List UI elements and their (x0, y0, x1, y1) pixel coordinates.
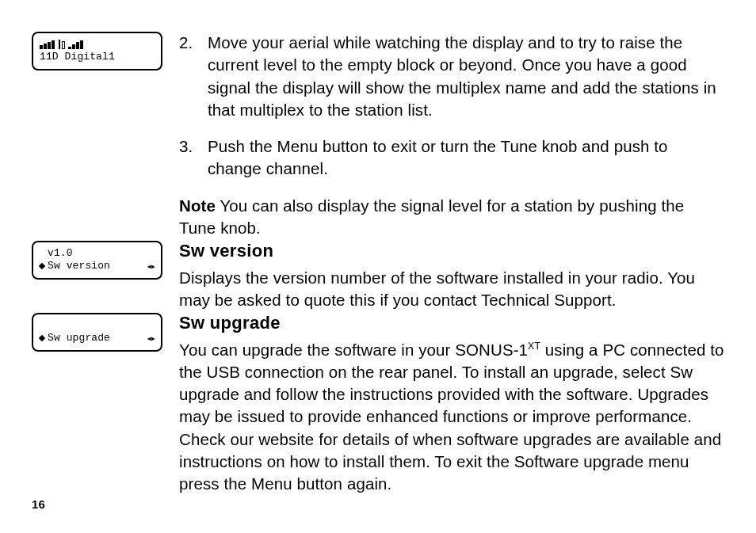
lcd-version-line: v1.0 (40, 247, 155, 260)
paragraph: You can upgrade the software in your SON… (179, 339, 724, 496)
lcd-signal-display: 11D Digital1 (32, 32, 162, 70)
lcd-sw-upgrade: Sw upgrade ◂▸ (32, 313, 162, 352)
list-text: Push the Menu button to exit or turn the… (208, 135, 724, 181)
lcd-text: v1.0 (48, 247, 73, 260)
main-column: 2. Move your aerial while watching the d… (179, 32, 724, 239)
main-column: Sw upgrade You can upgrade the software … (179, 311, 724, 495)
lcd-sw-version: v1.0 Sw version ◂▸ (32, 241, 162, 280)
lcd-signal-bars (40, 38, 155, 51)
section-sw-upgrade: Sw upgrade ◂▸ Sw upgrade You can upgrade… (32, 311, 724, 495)
section-sw-version: v1.0 Sw version ◂▸ Sw version Displays t… (32, 239, 724, 311)
list-number: 3. (179, 135, 208, 181)
lcd-blank-line (40, 319, 155, 332)
list-number: 2. (179, 32, 208, 121)
upgrade-text-after: using a PC connected to the USB connecti… (179, 341, 724, 493)
diamond-icon (39, 335, 45, 341)
note-label: Note (179, 196, 216, 215)
menu-arrows-icon: ◂▸ (147, 333, 155, 345)
heading-sw-version: Sw version (179, 239, 724, 263)
lcd-menu-line: Sw upgrade ◂▸ (40, 332, 155, 345)
section-signal: 11D Digital1 2. Move your aerial while w… (32, 32, 724, 239)
signal-strength-icon (40, 40, 83, 49)
side-column: 11D Digital1 (32, 32, 179, 70)
paragraph: Displays the version number of the softw… (179, 267, 724, 312)
note-text: You can also display the signal level fo… (179, 196, 684, 237)
heading-sw-upgrade: Sw upgrade (179, 311, 724, 335)
lcd-text: Sw upgrade (48, 332, 110, 345)
lcd-text: Sw version (48, 260, 110, 272)
superscript-xt: XT (528, 341, 540, 352)
upgrade-text-before: You can upgrade the software in your SON… (179, 341, 528, 359)
lcd-text: 11D Digital1 (40, 51, 115, 63)
lcd-menu-line: Sw version ◂▸ (40, 260, 155, 272)
lcd-multiplex-name: 11D Digital1 (40, 51, 155, 63)
menu-arrows-icon: ◂▸ (147, 261, 155, 272)
manual-page: 11D Digital1 2. Move your aerial while w… (0, 0, 756, 533)
side-column: Sw upgrade ◂▸ (32, 311, 179, 352)
note-line: Note You can also display the signal lev… (179, 195, 724, 240)
main-column: Sw version Displays the version number o… (179, 239, 724, 311)
list-text: Move your aerial while watching the disp… (208, 32, 724, 121)
list-item: 3. Push the Menu button to exit or turn … (179, 135, 724, 181)
side-column: v1.0 Sw version ◂▸ (32, 239, 179, 280)
diamond-icon (39, 263, 45, 269)
list-item: 2. Move your aerial while watching the d… (179, 32, 724, 121)
page-number: 16 (32, 497, 45, 511)
